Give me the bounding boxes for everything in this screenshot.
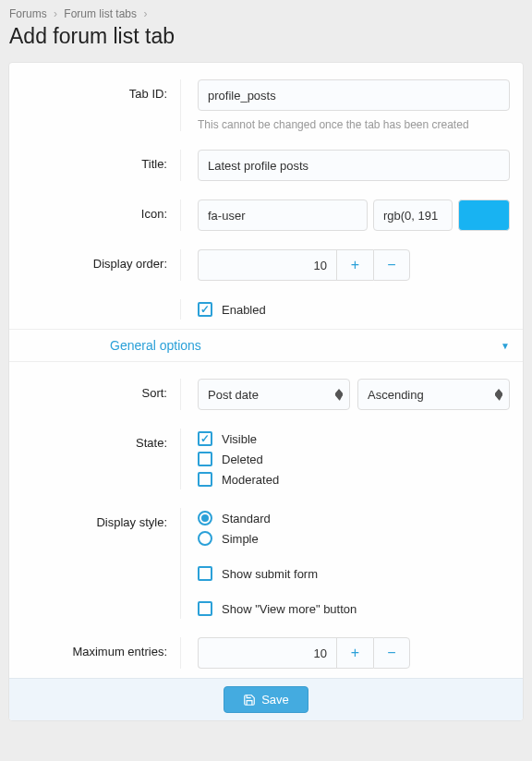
label-display-style: Display style: [9, 508, 180, 619]
state-moderated-checkbox[interactable]: Moderated [198, 469, 510, 489]
radio-label: Simple [222, 532, 259, 546]
checkbox-icon [198, 452, 212, 466]
tab-id-input[interactable] [198, 79, 510, 111]
label-max-entries: Maximum entries: [9, 637, 180, 669]
checkbox-icon [198, 431, 212, 446]
label-display-order: Display order: [9, 249, 180, 281]
display-order-input[interactable] [198, 249, 336, 281]
radio-label: Standard [222, 512, 271, 525]
radio-icon [198, 511, 212, 525]
style-simple-radio[interactable]: Simple [198, 528, 510, 549]
page-title: Add forum list tab [0, 22, 532, 62]
checkbox-icon [198, 601, 212, 616]
caret-down-icon: ▼ [501, 341, 510, 351]
checkbox-label: Show "View more" button [222, 602, 357, 616]
show-submit-checkbox[interactable]: Show submit form [198, 563, 510, 584]
save-button[interactable]: Save [224, 686, 308, 713]
enabled-label: Enabled [222, 303, 266, 317]
checkbox-icon [198, 302, 212, 317]
title-input[interactable] [198, 150, 510, 181]
increment-button[interactable]: + [336, 249, 373, 281]
label-state: State: [9, 429, 180, 489]
sort-select[interactable]: Post date [198, 379, 350, 410]
label-title: Title: [9, 150, 180, 181]
max-entries-input[interactable] [198, 637, 336, 669]
state-visible-checkbox[interactable]: Visible [198, 429, 510, 449]
label-tab-id: Tab ID: [9, 79, 180, 131]
checkbox-label: Show submit form [222, 567, 318, 581]
breadcrumb-forum-list-tabs[interactable]: Forum list tabs [64, 7, 137, 20]
tab-id-help: This cannot be changed once the tab has … [198, 118, 510, 131]
checkbox-label: Deleted [222, 453, 263, 466]
section-title: General options [110, 338, 201, 353]
icon-input[interactable] [198, 199, 368, 231]
checkbox-label: Moderated [222, 473, 279, 487]
label-icon: Icon: [9, 199, 180, 231]
chevron-right-icon: › [143, 7, 147, 20]
radio-icon [198, 531, 212, 546]
chevron-right-icon: › [54, 7, 57, 20]
breadcrumb-forums[interactable]: Forums [9, 7, 47, 20]
increment-button[interactable]: + [336, 637, 373, 669]
display-order-stepper: + − [198, 249, 510, 281]
icon-color-input[interactable] [373, 199, 453, 231]
breadcrumb: Forums › Forum list tabs › [0, 0, 532, 22]
form-panel: Tab ID: This cannot be changed once the … [8, 62, 524, 721]
form-footer: Save [9, 678, 523, 720]
max-entries-stepper: + − [198, 637, 510, 669]
color-swatch[interactable] [458, 199, 510, 231]
section-general-options[interactable]: General options ▼ [9, 329, 523, 362]
state-deleted-checkbox[interactable]: Deleted [198, 449, 510, 469]
label-sort: Sort: [9, 379, 180, 410]
show-viewmore-checkbox[interactable]: Show "View more" button [198, 598, 510, 619]
save-icon [243, 694, 256, 707]
enabled-checkbox[interactable]: Enabled [198, 299, 510, 320]
checkbox-icon [198, 472, 212, 487]
decrement-button[interactable]: − [373, 249, 410, 281]
save-label: Save [261, 693, 289, 707]
checkbox-label: Visible [222, 432, 257, 446]
decrement-button[interactable]: − [373, 637, 410, 669]
checkbox-icon [198, 566, 212, 581]
direction-select[interactable]: Ascending [357, 379, 510, 410]
style-standard-radio[interactable]: Standard [198, 508, 510, 528]
